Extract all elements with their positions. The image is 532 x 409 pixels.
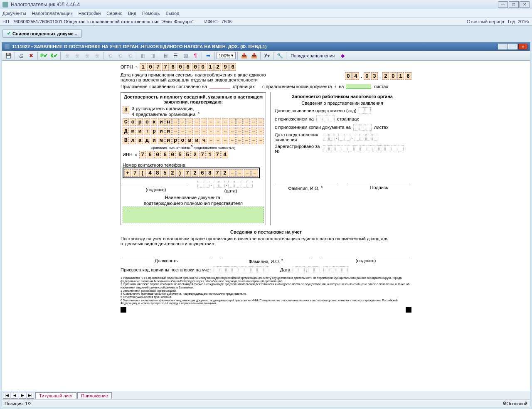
reg-title: Сведения о постановке на учет <box>121 229 411 234</box>
name-field[interactable]: Дмитрий––––––––––––– <box>123 128 264 135</box>
window-titlebar: Налогоплательщик ЮЛ 4.46.4 — □ ✕ <box>0 0 532 9</box>
menu-taxpayer[interactable]: Налогоплательщик <box>32 11 73 16</box>
menu-documents[interactable]: Документы <box>2 11 26 16</box>
document-window: 1111022 • ЗАЯВЛЕНИЕ О ПОСТАНОВКЕ НА УЧЕТ… <box>2 42 530 407</box>
tb-btn-9: ◨ <box>148 52 157 60</box>
confirm-title: Достоверность и полноту сведений, указан… <box>123 94 264 104</box>
y-btn[interactable]: У▾ <box>262 52 271 60</box>
window-title: Налогоплательщик ЮЛ 4.46.4 <box>11 2 498 7</box>
export-icon[interactable]: 📤 <box>239 52 249 60</box>
phone-field[interactable]: +7(4852)726872–––– <box>123 168 260 178</box>
doc-titlebar: 1111022 • ЗАЯВЛЕНИЕ О ПОСТАНОВКЕ НА УЧЕТ… <box>2 42 530 51</box>
delete-icon[interactable]: ✖ <box>27 52 36 60</box>
check-r-icon[interactable]: Р✔ <box>39 52 49 60</box>
np-link[interactable]: 7606062551/760601001 Общество с ограниче… <box>13 19 194 24</box>
app-pages-field[interactable] <box>209 84 230 89</box>
doc-title: 1111022 • ЗАЯВЛЕНИЕ О ПОСТАНОВКЕ НА УЧЕТ… <box>12 44 267 49</box>
import-icon[interactable]: 📥 <box>249 52 259 60</box>
menu-settings[interactable]: Настройки <box>78 11 101 16</box>
zoom-select[interactable]: 100% ▾ <box>217 52 236 59</box>
help-icon[interactable]: ◆ <box>338 52 347 60</box>
arrow-right-icon[interactable]: ➡ <box>204 52 213 60</box>
print-icon[interactable]: 🖨 <box>17 52 26 60</box>
infobar: НП: 7606062551/760601001 Общество с огра… <box>0 17 532 26</box>
period-label: Отчетный период: <box>467 19 505 24</box>
tb-btn-10[interactable]: ⌸ <box>161 52 170 60</box>
np-label: НП: <box>2 19 10 24</box>
tb-btn-1: ⎘ <box>62 52 71 60</box>
nav-first[interactable]: |◀ <box>3 392 10 399</box>
tb-btn-12[interactable]: ▤ <box>181 52 190 60</box>
nav-next[interactable]: ▶ <box>19 392 26 399</box>
date-start-label: Дата начала применения системы налогообл… <box>121 72 278 82</box>
period-type[interactable]: Год <box>508 19 515 24</box>
nav-prev[interactable]: ◀ <box>11 392 18 399</box>
ogrn-sup: 3 <box>135 65 137 69</box>
app-icon <box>2 2 8 7</box>
order-link[interactable]: Порядок заполнения <box>288 53 337 58</box>
date-start-field[interactable]: 0 4 . 0 3 . 2 0 1 6 <box>345 72 411 80</box>
tb-btn-3: ⎘ <box>82 52 91 60</box>
doc-close[interactable]: ✕ <box>518 44 527 49</box>
chevron-down-icon: ▾ <box>231 53 234 58</box>
window-close[interactable]: ✕ <box>520 1 530 8</box>
footnotes: 1 Указывается КПП, присвоенный налоговым… <box>121 276 411 305</box>
nav-last[interactable]: ▶| <box>27 392 34 399</box>
tb-btn-8: ◧ <box>138 52 147 60</box>
zoom-value: 100% <box>219 53 230 58</box>
tb-btn-5: ⎗ <box>105 52 114 60</box>
inn-label: ИНН <box>123 152 133 157</box>
ogrn-label: ОГРН <box>121 64 133 69</box>
mode-icon: ⚙ <box>502 401 507 406</box>
menu-service[interactable]: Сервис <box>106 11 122 16</box>
app-pages-label: Приложение к заявлению составлено на <box>121 84 207 89</box>
patronymic-field[interactable]: Владимирович–––––––– <box>123 137 264 144</box>
reg-text: Постановку на учет в налоговом органе ор… <box>121 236 411 246</box>
window-minimize[interactable]: — <box>498 1 508 8</box>
mode-label: Основной <box>507 401 527 406</box>
wand-icon[interactable]: 🔧 <box>275 52 284 60</box>
tb-btn-7: ⎗ <box>125 52 134 60</box>
sign-date-field[interactable]: . . <box>197 181 264 187</box>
phone-label: Номер контактного телефона <box>123 163 264 168</box>
doc-icon <box>5 44 10 49</box>
menu-exit[interactable]: Выход <box>165 11 179 16</box>
check-icon: ✔ <box>7 31 11 36</box>
tb-btn-13[interactable]: ¶ <box>191 52 200 60</box>
menu-view[interactable]: Вид <box>128 11 136 16</box>
doc-toolbar: 💾 🖨 ✖ Р✔ К✔ ⎘ ⎘ ⎘ ⎘ ⎗ ⎗ ⎗ ◧ ◨ ⌸ ☴ ▤ ¶ ➡ <box>2 51 530 61</box>
doc-name-field[interactable]: — <box>123 207 264 223</box>
period-value[interactable]: 2016г <box>518 19 530 24</box>
window-maximize[interactable]: □ <box>509 1 519 8</box>
ifns-label: ИФНС: <box>204 19 219 24</box>
official-title: Заполняется работником налогового органа <box>275 94 410 99</box>
doc-list-label: Список введенных докуме... <box>12 31 77 36</box>
tb-btn-11[interactable]: ☴ <box>171 52 180 60</box>
ifns-value: 7606 <box>222 19 232 24</box>
kpp-label: Присвоен код причины постановки на учет <box>121 267 211 272</box>
tab-title-page[interactable]: Титульный лист <box>35 392 76 399</box>
menu-help[interactable]: Помощь <box>142 11 160 16</box>
menubar: Документы Налогоплательщик Настройки Сер… <box>0 9 532 17</box>
save-icon[interactable]: 💾 <box>4 52 13 60</box>
marker-right <box>406 307 411 313</box>
marker-left <box>121 307 126 313</box>
inn-field[interactable]: 760605527174 <box>139 151 228 158</box>
doc-scroll[interactable]: ОГРН 3 1077606001296 Дата начала примене… <box>2 61 530 391</box>
doc-list-button[interactable]: ✔ Список введенных докуме... <box>2 29 82 38</box>
doc-minimize[interactable]: — <box>498 44 507 49</box>
tb-btn-6: ⎗ <box>115 52 124 60</box>
check-k-icon[interactable]: К✔ <box>49 52 59 60</box>
tb-btn-4: ⎘ <box>92 52 101 60</box>
person-type-field[interactable]: 3 <box>123 106 129 113</box>
page-nav: |◀ ◀ ▶ ▶| Титульный лист Приложение <box>2 391 530 399</box>
ogrn-field[interactable]: 1077606001296 <box>140 63 236 71</box>
doc-maximize[interactable]: □ <box>508 44 517 49</box>
surname-field[interactable]: Сорокин––––––––––––– <box>123 118 264 126</box>
app-copy-field[interactable] <box>346 84 371 89</box>
tb-btn-2: ⎘ <box>72 52 81 60</box>
tab-appendix[interactable]: Приложение <box>77 392 112 399</box>
position-label: Позиция: 1/2 <box>5 401 32 406</box>
